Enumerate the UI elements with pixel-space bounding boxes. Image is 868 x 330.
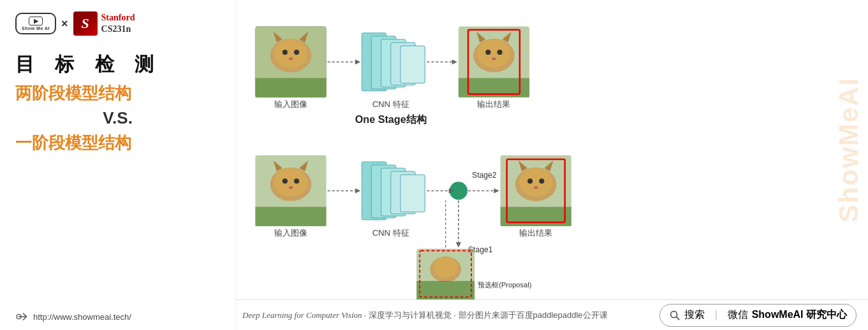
showmeai-icon: ▶ bbox=[29, 17, 43, 25]
svg-point-53 bbox=[519, 168, 553, 196]
one-stage-output-label: 输出结果 bbox=[477, 99, 510, 109]
svg-point-69 bbox=[670, 311, 677, 317]
svg-point-25 bbox=[485, 50, 490, 55]
search-brand: ShowMeAI 研究中心 bbox=[752, 308, 847, 322]
two-stage-cnn-block bbox=[362, 162, 425, 220]
svg-point-32 bbox=[274, 168, 308, 196]
showmeai-logo: ▶ Show Me AI bbox=[15, 13, 56, 34]
svg-rect-10 bbox=[255, 78, 326, 97]
footer-dot2: · bbox=[453, 310, 458, 320]
svg-marker-40 bbox=[355, 188, 360, 193]
svg-point-27 bbox=[492, 57, 496, 60]
svg-line-70 bbox=[676, 317, 679, 320]
svg-point-26 bbox=[497, 50, 503, 55]
svg-point-36 bbox=[294, 178, 299, 183]
search-wechat: 微信 bbox=[728, 308, 748, 322]
search-brand-strong: ShowMeAI 研究中心 bbox=[752, 309, 847, 320]
footer-dot1: · bbox=[364, 310, 369, 320]
website-link[interactable]: http://www.showmeai.tech/ bbox=[15, 310, 220, 324]
stage2-label: Stage2 bbox=[472, 171, 497, 180]
svg-point-56 bbox=[527, 178, 533, 183]
footer-bar: Deep Learning for Computer Vision · 深度学习… bbox=[236, 299, 868, 330]
svg-marker-12 bbox=[355, 59, 360, 64]
stanford-name: Stanford bbox=[101, 12, 135, 24]
one-stage-input-label: 输入图像 bbox=[274, 99, 307, 109]
svg-point-35 bbox=[283, 178, 288, 183]
play-icon: ▶ bbox=[34, 18, 38, 24]
svg-point-22 bbox=[477, 39, 511, 68]
footer-italic: Deep Learning for Computer Vision bbox=[242, 310, 362, 320]
stanford-course: CS231n bbox=[101, 24, 135, 35]
times-sign: × bbox=[61, 17, 68, 31]
stanford-letter: S bbox=[73, 11, 98, 36]
svg-point-58 bbox=[534, 186, 538, 189]
search-icon bbox=[669, 310, 680, 321]
page-title: 目 标 检 测 bbox=[15, 54, 220, 75]
svg-point-4 bbox=[274, 39, 308, 68]
one-stage-subtitle: 一阶段模型结构 bbox=[15, 133, 220, 153]
two-stage-subtitle: 两阶段模型结构 bbox=[15, 83, 220, 103]
footer-end-text: 部分图片来源于百度paddlepaddle公开课 bbox=[459, 310, 608, 320]
svg-point-9 bbox=[289, 57, 293, 60]
logo-area: ▶ Show Me AI × S Stanford CS231n bbox=[15, 11, 220, 36]
two-stage-cnn-label: CNN 特征 bbox=[372, 228, 409, 238]
svg-marker-50 bbox=[494, 188, 499, 193]
svg-point-8 bbox=[294, 50, 299, 55]
svg-rect-17 bbox=[401, 46, 425, 83]
diagram-svg: 输入图像 CNN 特征 输出结果 One Stage结构 bbox=[236, 0, 868, 330]
one-stage-cnn-block bbox=[362, 33, 425, 91]
two-stage-input-label: 输入图像 bbox=[274, 228, 307, 238]
search-divider: ｜ bbox=[711, 308, 721, 322]
svg-rect-45 bbox=[401, 175, 425, 212]
search-prefix: 搜索 bbox=[684, 308, 705, 322]
svg-point-57 bbox=[539, 178, 544, 183]
stanford-text: Stanford CS231n bbox=[101, 12, 135, 35]
svg-rect-38 bbox=[255, 207, 326, 226]
svg-marker-62 bbox=[456, 242, 461, 247]
stanford-logo: S Stanford CS231n bbox=[73, 11, 135, 36]
svg-point-37 bbox=[289, 186, 293, 189]
one-stage-cnn-label: CNN 特征 bbox=[372, 99, 409, 109]
footer-cn-text: 深度学习与计算机视觉 bbox=[369, 310, 452, 320]
left-panel: ▶ Show Me AI × S Stanford CS231n 目 标 检 测… bbox=[0, 0, 236, 330]
search-box[interactable]: 搜索 ｜ 微信 ShowMeAI 研究中心 bbox=[659, 304, 857, 327]
vs-text: V.S. bbox=[15, 108, 220, 128]
svg-marker-19 bbox=[452, 59, 457, 64]
right-panel: 输入图像 CNN 特征 输出结果 One Stage结构 bbox=[236, 0, 868, 330]
footer-text: Deep Learning for Computer Vision · 深度学习… bbox=[242, 310, 608, 321]
svg-point-65 bbox=[433, 257, 457, 278]
website-url: http://www.showmeai.tech/ bbox=[33, 312, 131, 322]
one-stage-title: One Stage结构 bbox=[355, 113, 427, 125]
svg-point-7 bbox=[283, 50, 288, 55]
svg-rect-59 bbox=[501, 207, 571, 226]
arrow-icon bbox=[15, 310, 29, 324]
proposal-label: 预选框(Proposal) bbox=[478, 281, 532, 289]
two-stage-output-label: 输出结果 bbox=[519, 228, 552, 238]
showmeai-logo-text: Show Me AI bbox=[22, 26, 50, 31]
